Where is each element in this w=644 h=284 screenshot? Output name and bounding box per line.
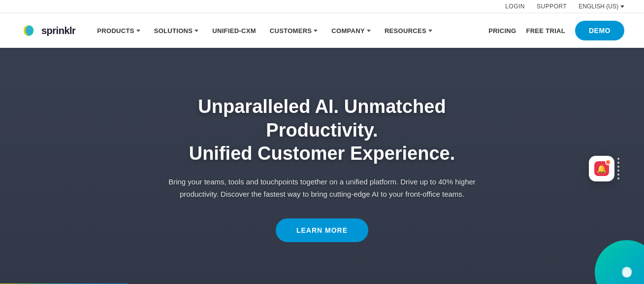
dot-icon — [617, 162, 619, 164]
dot-icon — [617, 178, 619, 179]
language-label: ENGLISH (US) — [579, 3, 618, 10]
support-link[interactable]: SUPPORT — [537, 3, 567, 10]
logo[interactable]: sprinklr — [20, 22, 75, 39]
chevron-down-icon — [367, 30, 371, 32]
nav-company[interactable]: COMPANY — [325, 23, 377, 38]
dot-icon — [617, 166, 619, 168]
hero-bottom-right-circle — [595, 240, 644, 284]
nav-right-actions: PRICING FREE TRIAL DEMO — [488, 21, 624, 40]
top-utility-bar: LOGIN SUPPORT ENGLISH (US) — [0, 0, 644, 13]
hero-title: Unparalleled AI. Unmatched Productivity.… — [140, 95, 504, 166]
nav-resources[interactable]: RESOURCES — [379, 23, 438, 38]
sprinklr-logo-icon — [20, 22, 37, 39]
free-trial-button[interactable]: FREE TRIAL — [526, 27, 565, 35]
sprinklr-watermark-icon — [618, 263, 636, 281]
logo-text: sprinklr — [41, 25, 75, 36]
dot-icon — [617, 174, 619, 176]
chevron-down-icon — [314, 30, 318, 32]
demo-button[interactable]: DEMO — [575, 21, 624, 40]
language-selector[interactable]: ENGLISH (US) — [579, 3, 624, 10]
nav-links: PRODUCTS SOLUTIONS UNIFIED-CXM CUSTOMERS… — [91, 23, 488, 38]
chevron-down-icon — [136, 30, 140, 32]
notification-widget[interactable]: 🔔 — [589, 156, 614, 181]
main-navbar: sprinklr PRODUCTS SOLUTIONS UNIFIED-CXM … — [0, 13, 644, 48]
notification-icon: 🔔 — [594, 161, 609, 176]
nav-unified-cxm[interactable]: UNIFIED-CXM — [206, 23, 262, 38]
learn-more-button[interactable]: LEARN MORE — [276, 218, 368, 242]
chevron-down-icon — [194, 30, 198, 32]
nav-customers[interactable]: CUSTOMERS — [264, 23, 324, 38]
nav-solutions[interactable]: SOLUTIONS — [148, 23, 205, 38]
dot-icon — [617, 170, 619, 172]
hero-subtitle: Bring your teams, tools and touchpoints … — [160, 176, 484, 201]
chevron-down-icon — [620, 5, 624, 8]
login-link[interactable]: LOGIN — [505, 3, 525, 10]
hero-content: Unparalleled AI. Unmatched Productivity.… — [130, 95, 514, 242]
notification-badge — [605, 159, 611, 165]
dot-icon — [617, 158, 619, 160]
nav-products[interactable]: PRODUCTS — [91, 23, 146, 38]
widget-dots-decoration — [617, 158, 619, 179]
pricing-link[interactable]: PRICING — [488, 27, 516, 35]
hero-section: Unparalleled AI. Unmatched Productivity.… — [0, 48, 644, 284]
chevron-down-icon — [428, 30, 432, 32]
